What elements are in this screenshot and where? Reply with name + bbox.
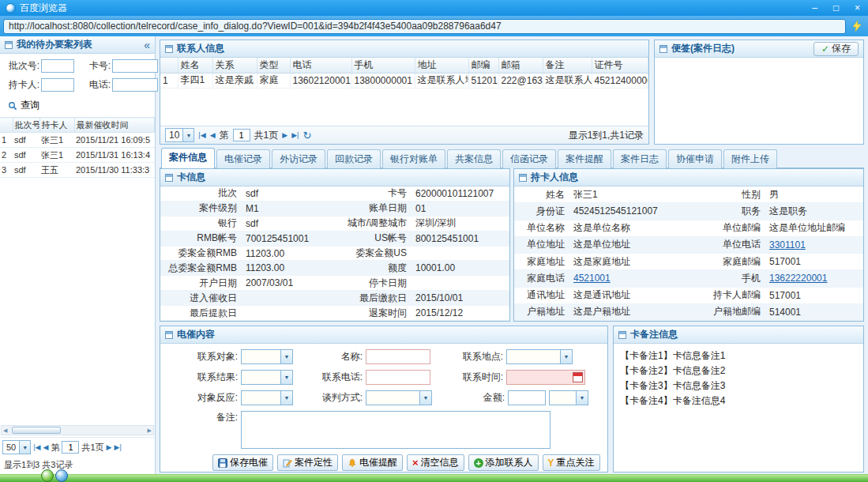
field-label: 家庭地址 (514, 255, 571, 269)
amount-unit-select[interactable]: ▼ (549, 390, 588, 405)
col-last-collect-time[interactable]: 最新催收时间 (74, 118, 155, 133)
page-size-select[interactable]: 10 ▼ (165, 128, 194, 142)
save-note-button[interactable]: ✓ 保存 (814, 42, 859, 56)
page-number-input[interactable] (233, 129, 250, 141)
contact-result-select[interactable]: ▼ (241, 370, 293, 385)
page-size-select[interactable]: 50 ▼ (2, 440, 31, 454)
first-page-button[interactable]: |◀ (198, 131, 205, 139)
col-email[interactable]: 邮箱 (498, 58, 543, 73)
batch-no-input[interactable] (41, 59, 74, 73)
tab-tel-records[interactable]: 电催记录 (216, 149, 270, 168)
col-holder[interactable]: 持卡人 (39, 118, 74, 133)
close-button[interactable]: × (847, 0, 868, 16)
card-no-input[interactable] (112, 59, 158, 73)
tab-visit-records[interactable]: 外访记录 (272, 149, 325, 168)
save-tel-button[interactable]: 保存电催 (212, 454, 273, 471)
field-value: 这是通讯地址 (571, 288, 697, 302)
field-value: 514001 (767, 307, 863, 318)
field-row: 委案金额RMB 11203.00 委案金额US (160, 247, 509, 262)
col-type[interactable]: 类型 (257, 58, 290, 73)
scroll-right-icon[interactable]: ▶ (146, 427, 153, 434)
col-zip[interactable]: 邮编 (468, 58, 498, 73)
tab-attachment-upload[interactable]: 附件上传 (723, 149, 777, 168)
button-label: 重点关注 (557, 456, 595, 469)
chevron-down-icon: ▼ (280, 371, 292, 384)
negotiation-select[interactable]: ▼ (366, 390, 432, 405)
col-address[interactable]: 地址 (415, 58, 468, 73)
last-page-button[interactable]: ▶| (114, 443, 121, 451)
add-contact-button[interactable]: + 添加联系人 (468, 454, 539, 471)
col-cert-no[interactable]: 证件号 (592, 58, 648, 73)
field-value: 620000101121007 (413, 188, 509, 199)
clear-info-button[interactable]: × 清空信息 (407, 454, 464, 471)
minimize-button[interactable]: – (804, 0, 825, 16)
field-label: 总委案金额RMB (160, 262, 243, 275)
contact-row[interactable]: 1 李四1 这是亲戚 家庭 13602120001 13800000001 这是… (160, 73, 648, 88)
collapse-sidebar-icon[interactable]: « (144, 39, 150, 51)
next-page-button[interactable]: ▶ (107, 443, 112, 451)
col-batch-no[interactable]: 批次号 (13, 118, 39, 133)
calendar-icon[interactable] (573, 372, 583, 382)
home-phone-link[interactable]: 4521001 (571, 273, 697, 284)
col-phone[interactable]: 电话 (290, 58, 351, 73)
field-value: 2015/12/12 (413, 307, 509, 318)
holder-input[interactable] (41, 78, 74, 92)
scroll-left-icon[interactable]: ◀ (2, 427, 9, 434)
horizontal-scrollbar[interactable]: ◀ ▶ (1, 425, 154, 435)
tab-repayment-records[interactable]: 回款记录 (327, 149, 381, 168)
tab-case-reminder[interactable]: 案件提醒 (558, 149, 611, 168)
lightning-icon[interactable] (849, 21, 865, 32)
case-qualify-button[interactable]: 案件定性 (277, 454, 338, 471)
url-input[interactable] (3, 19, 846, 34)
reaction-select[interactable]: ▼ (241, 390, 293, 405)
col-index (0, 118, 13, 133)
query-button[interactable]: 查询 (8, 99, 155, 112)
contact-target-select[interactable]: ▼ (241, 349, 293, 364)
col-mobile[interactable]: 手机 (351, 58, 415, 73)
card-remarks-title: 卡备注信息 (630, 328, 678, 341)
taskbar-icons (41, 469, 68, 482)
tab-letter-records[interactable]: 信函记录 (502, 149, 556, 168)
maximize-button[interactable]: □ (825, 0, 847, 16)
tab-bank-statement[interactable]: 银行对账单 (382, 149, 445, 168)
amount-input[interactable] (508, 390, 546, 405)
tel-remind-button[interactable]: 电催提醒 (342, 454, 403, 471)
case-row[interactable]: 3 sdf 王五 2015/11/30 11:33:3 (0, 163, 155, 178)
taskbar-app-icon[interactable] (41, 469, 54, 482)
field-label: 职务 (697, 205, 767, 218)
field-label: 单位邮编 (697, 221, 767, 235)
contact-place-select[interactable]: ▼ (506, 349, 573, 364)
key-focus-button[interactable]: Y 重点关注 (543, 454, 600, 471)
field-label: 单位电话 (697, 238, 767, 251)
note-textarea[interactable] (656, 59, 862, 142)
name-input[interactable] (366, 349, 430, 364)
prev-page-button[interactable]: ◀ (210, 131, 216, 139)
next-page-button[interactable]: ▶ (282, 131, 287, 139)
col-remark[interactable]: 备注 (543, 58, 592, 73)
scrollbar-thumb[interactable] (12, 427, 61, 434)
tab-assist-apply[interactable]: 协催申请 (668, 149, 722, 168)
contact-time-input[interactable] (506, 370, 585, 385)
remark-textarea[interactable] (241, 411, 550, 449)
page-number-input[interactable] (62, 441, 79, 454)
tab-case-info[interactable]: 案件信息 (161, 148, 215, 168)
phone-input[interactable] (112, 78, 158, 92)
col-relation[interactable]: 关系 (212, 58, 257, 73)
field-value: 男 (767, 188, 863, 201)
case-row[interactable]: 2 sdf 张三1 2015/11/31 16:13:4 (0, 148, 155, 163)
field-value: 800125451001 (413, 233, 509, 244)
mobile-phone-link[interactable]: 13622220001 (767, 273, 863, 284)
col-name[interactable]: 姓名 (178, 58, 212, 73)
contact-phone-input[interactable] (366, 370, 430, 385)
last-page-button[interactable]: ▶| (291, 131, 299, 139)
refresh-icon[interactable]: ↻ (302, 130, 311, 141)
case-row[interactable]: 1 sdf 张三1 2015/11/21 16:09:5 (0, 133, 155, 148)
tel-content-title: 电催内容 (177, 328, 215, 341)
prev-page-button[interactable]: ◀ (43, 443, 49, 451)
first-page-button[interactable]: |◀ (33, 443, 40, 451)
cell-type: 家庭 (257, 73, 290, 88)
tab-case-log[interactable]: 案件日志 (613, 149, 667, 168)
tab-joint-case-info[interactable]: 共案信息 (447, 149, 501, 168)
work-phone-link[interactable]: 3301101 (767, 239, 863, 250)
taskbar-app-icon[interactable] (55, 469, 68, 482)
